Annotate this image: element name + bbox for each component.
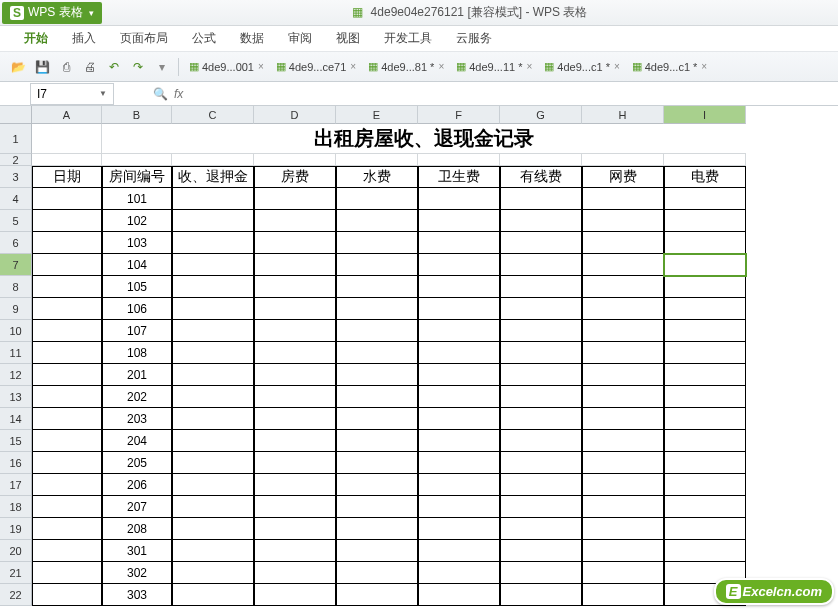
cell-F9[interactable] bbox=[418, 298, 500, 320]
cell-B22[interactable]: 303 bbox=[102, 584, 172, 606]
cell-B16[interactable]: 205 bbox=[102, 452, 172, 474]
cell-E11[interactable] bbox=[336, 342, 418, 364]
cell-D2[interactable] bbox=[254, 154, 336, 166]
cell-C15[interactable] bbox=[172, 430, 254, 452]
row-header-18[interactable]: 18 bbox=[0, 496, 32, 518]
cell-C16[interactable] bbox=[172, 452, 254, 474]
cell-F15[interactable] bbox=[418, 430, 500, 452]
cell-C11[interactable] bbox=[172, 342, 254, 364]
header-cell-H[interactable]: 网费 bbox=[582, 166, 664, 188]
cell-D15[interactable] bbox=[254, 430, 336, 452]
cell-I17[interactable] bbox=[664, 474, 746, 496]
row-header-20[interactable]: 20 bbox=[0, 540, 32, 562]
name-box-dropdown-icon[interactable]: ▼ bbox=[99, 89, 107, 98]
cell-F10[interactable] bbox=[418, 320, 500, 342]
menu-item-2[interactable]: 页面布局 bbox=[108, 26, 180, 51]
row-header-12[interactable]: 12 bbox=[0, 364, 32, 386]
cell-G17[interactable] bbox=[500, 474, 582, 496]
cell-H20[interactable] bbox=[582, 540, 664, 562]
cell-G20[interactable] bbox=[500, 540, 582, 562]
cell-I7[interactable] bbox=[664, 254, 746, 276]
cell-H16[interactable] bbox=[582, 452, 664, 474]
header-cell-I[interactable]: 电费 bbox=[664, 166, 746, 188]
cell-I13[interactable] bbox=[664, 386, 746, 408]
cell-G11[interactable] bbox=[500, 342, 582, 364]
menu-item-4[interactable]: 数据 bbox=[228, 26, 276, 51]
app-logo[interactable]: S WPS 表格 ▾ bbox=[2, 2, 102, 24]
open-icon[interactable]: 📂 bbox=[8, 57, 28, 77]
cell-A20[interactable] bbox=[32, 540, 102, 562]
cell-E13[interactable] bbox=[336, 386, 418, 408]
cell-G15[interactable] bbox=[500, 430, 582, 452]
close-icon[interactable]: × bbox=[614, 61, 620, 72]
cell-A19[interactable] bbox=[32, 518, 102, 540]
row-header-9[interactable]: 9 bbox=[0, 298, 32, 320]
cell-C20[interactable] bbox=[172, 540, 254, 562]
cell-B5[interactable]: 102 bbox=[102, 210, 172, 232]
cell-G2[interactable] bbox=[500, 154, 582, 166]
col-header-G[interactable]: G bbox=[500, 106, 582, 124]
cell-E9[interactable] bbox=[336, 298, 418, 320]
col-header-F[interactable]: F bbox=[418, 106, 500, 124]
col-header-D[interactable]: D bbox=[254, 106, 336, 124]
cell-B10[interactable]: 107 bbox=[102, 320, 172, 342]
cell-F22[interactable] bbox=[418, 584, 500, 606]
row-header-7[interactable]: 7 bbox=[0, 254, 32, 276]
cell-I8[interactable] bbox=[664, 276, 746, 298]
cell-C7[interactable] bbox=[172, 254, 254, 276]
cell-H15[interactable] bbox=[582, 430, 664, 452]
menu-item-1[interactable]: 插入 bbox=[60, 26, 108, 51]
cell-F12[interactable] bbox=[418, 364, 500, 386]
header-cell-E[interactable]: 水费 bbox=[336, 166, 418, 188]
cell-G22[interactable] bbox=[500, 584, 582, 606]
cell-I2[interactable] bbox=[664, 154, 746, 166]
row-header-14[interactable]: 14 bbox=[0, 408, 32, 430]
save-icon[interactable]: 💾 bbox=[32, 57, 52, 77]
cell-G10[interactable] bbox=[500, 320, 582, 342]
cell-B4[interactable]: 101 bbox=[102, 188, 172, 210]
cell-B14[interactable]: 203 bbox=[102, 408, 172, 430]
cell-G6[interactable] bbox=[500, 232, 582, 254]
cell-A7[interactable] bbox=[32, 254, 102, 276]
cell-C8[interactable] bbox=[172, 276, 254, 298]
cell-E20[interactable] bbox=[336, 540, 418, 562]
cell-H7[interactable] bbox=[582, 254, 664, 276]
cell-H12[interactable] bbox=[582, 364, 664, 386]
cell-H6[interactable] bbox=[582, 232, 664, 254]
cell-E15[interactable] bbox=[336, 430, 418, 452]
cell-H8[interactable] bbox=[582, 276, 664, 298]
cell-D11[interactable] bbox=[254, 342, 336, 364]
cell-H2[interactable] bbox=[582, 154, 664, 166]
cell-A13[interactable] bbox=[32, 386, 102, 408]
cell-I20[interactable] bbox=[664, 540, 746, 562]
menu-item-7[interactable]: 开发工具 bbox=[372, 26, 444, 51]
cell-C9[interactable] bbox=[172, 298, 254, 320]
cell-A9[interactable] bbox=[32, 298, 102, 320]
cell-C18[interactable] bbox=[172, 496, 254, 518]
header-cell-F[interactable]: 卫生费 bbox=[418, 166, 500, 188]
cell-B15[interactable]: 204 bbox=[102, 430, 172, 452]
cell-A11[interactable] bbox=[32, 342, 102, 364]
cell-B21[interactable]: 302 bbox=[102, 562, 172, 584]
cell-B7[interactable]: 104 bbox=[102, 254, 172, 276]
doc-tab-3[interactable]: ▦4de9...11 *× bbox=[452, 58, 536, 75]
cell-I4[interactable] bbox=[664, 188, 746, 210]
col-header-C[interactable]: C bbox=[172, 106, 254, 124]
cell-A12[interactable] bbox=[32, 364, 102, 386]
cell-D17[interactable] bbox=[254, 474, 336, 496]
cell-I6[interactable] bbox=[664, 232, 746, 254]
cell-H21[interactable] bbox=[582, 562, 664, 584]
cell-C22[interactable] bbox=[172, 584, 254, 606]
doc-tab-5[interactable]: ▦4de9...c1 *× bbox=[628, 58, 711, 75]
header-cell-D[interactable]: 房费 bbox=[254, 166, 336, 188]
cell-A17[interactable] bbox=[32, 474, 102, 496]
cell-F17[interactable] bbox=[418, 474, 500, 496]
menu-item-6[interactable]: 视图 bbox=[324, 26, 372, 51]
cell-G5[interactable] bbox=[500, 210, 582, 232]
cell-G14[interactable] bbox=[500, 408, 582, 430]
cell-G18[interactable] bbox=[500, 496, 582, 518]
cell-E4[interactable] bbox=[336, 188, 418, 210]
cell-H4[interactable] bbox=[582, 188, 664, 210]
cell-D18[interactable] bbox=[254, 496, 336, 518]
cell-G8[interactable] bbox=[500, 276, 582, 298]
